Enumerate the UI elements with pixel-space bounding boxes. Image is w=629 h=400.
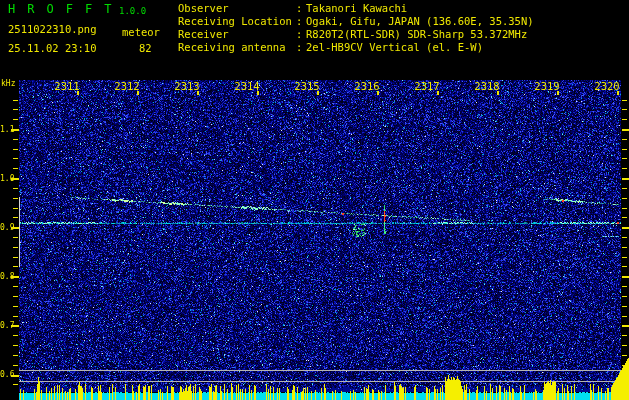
spectrogram-canvas [0,0,629,400]
separator: : [296,41,306,54]
station-label: Receiving antenna [178,41,296,54]
time-tick-label: 2318 [469,81,505,91]
station-row-location: Receiving Location:Ogaki, Gifu, JAPAN (1… [178,15,534,28]
time-tick-label: 2319 [529,81,565,91]
freq-tick-label: 1.0 [0,174,12,183]
mode-label: meteor [122,27,160,38]
freq-tick-label: 0.9 [0,223,12,232]
station-label: Receiver [178,28,296,41]
freq-tick-label: 0.8 [0,272,12,281]
station-value: R820T2(RTL-SDR) SDR-Sharp 53.372MHz [306,28,527,41]
output-filename: 2511022310.png [8,24,97,35]
app-title: H R O F F T [8,4,114,15]
station-info: Observer:Takanori Kawachi Receiving Loca… [178,2,534,54]
time-tick-label: 2311 [49,81,85,91]
time-tick-label: 2313 [169,81,205,91]
separator: : [296,2,306,15]
time-tick-label: 2315 [289,81,325,91]
time-tick-label: 2312 [109,81,145,91]
echo-count: 82 [139,43,152,54]
time-tick-label: 2316 [349,81,385,91]
separator: : [296,28,306,41]
separator: : [296,15,306,28]
time-tick-label: 2317 [409,81,445,91]
station-label: Receiving Location [178,15,296,28]
freq-tick-label: 0.6 [0,370,12,379]
time-tick-label: 2314 [229,81,265,91]
station-label: Observer [178,2,296,15]
time-tick-label: 2320 [589,81,625,91]
datetime-label: 25.11.02 23:10 [8,43,97,54]
freq-tick-label: 1.1 [0,125,12,134]
station-value: Ogaki, Gifu, JAPAN (136.60E, 35.35N) [306,15,534,28]
station-row-receiver: Receiver:R820T2(RTL-SDR) SDR-Sharp 53.37… [178,28,534,41]
station-value: 2el-HB9CV Vertical (el. E-W) [306,41,483,54]
freq-axis-unit: kHz [1,79,15,88]
station-row-observer: Observer:Takanori Kawachi [178,2,534,15]
hrofft-window: H R O F F T 1.0.0 2511022310.png meteor … [0,0,629,400]
station-row-antenna: Receiving antenna:2el-HB9CV Vertical (el… [178,41,534,54]
app-version: 1.0.0 [119,6,146,17]
freq-tick-label: 0.7 [0,321,12,330]
station-value: Takanori Kawachi [306,2,407,15]
